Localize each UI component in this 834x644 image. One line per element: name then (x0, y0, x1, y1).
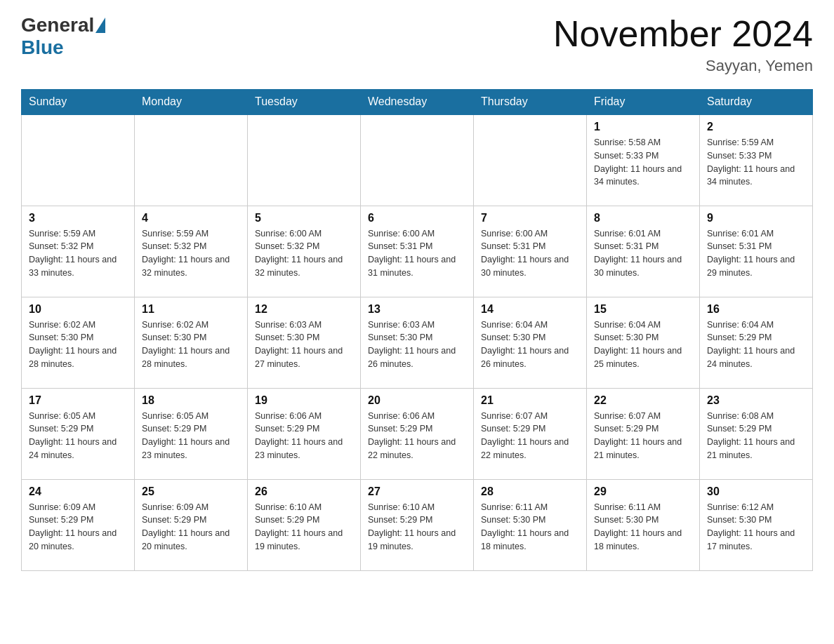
day-info: Sunrise: 6:10 AMSunset: 5:29 PMDaylight:… (255, 501, 353, 554)
calendar-header-row: SundayMondayTuesdayWednesdayThursdayFrid… (22, 90, 813, 115)
logo-triangle-icon (95, 18, 105, 33)
calendar-cell: 20Sunrise: 6:06 AMSunset: 5:29 PMDayligh… (361, 388, 474, 479)
calendar-cell: 16Sunrise: 6:04 AMSunset: 5:29 PMDayligh… (700, 297, 813, 388)
day-number: 3 (29, 212, 127, 224)
day-number: 6 (368, 212, 466, 224)
day-info: Sunrise: 6:04 AMSunset: 5:30 PMDaylight:… (594, 318, 692, 371)
day-number: 22 (594, 394, 692, 407)
calendar-header-sunday: Sunday (22, 90, 135, 115)
day-info: Sunrise: 6:11 AMSunset: 5:30 PMDaylight:… (481, 501, 579, 554)
calendar-week-row: 1Sunrise: 5:58 AMSunset: 5:33 PMDaylight… (22, 114, 813, 206)
day-info: Sunrise: 6:03 AMSunset: 5:30 PMDaylight:… (368, 318, 466, 371)
title-block: November 2024 Sayyan, Yemen (553, 14, 813, 75)
day-info: Sunrise: 5:59 AMSunset: 5:32 PMDaylight:… (29, 227, 127, 280)
day-info: Sunrise: 6:05 AMSunset: 5:29 PMDaylight:… (142, 410, 240, 462)
calendar-cell: 5Sunrise: 6:00 AMSunset: 5:32 PMDaylight… (248, 206, 361, 297)
day-number: 8 (594, 212, 692, 224)
day-number: 16 (707, 303, 805, 316)
day-number: 2 (707, 121, 805, 133)
calendar-header-saturday: Saturday (700, 90, 813, 115)
day-number: 23 (707, 394, 805, 407)
day-info: Sunrise: 6:04 AMSunset: 5:30 PMDaylight:… (481, 318, 579, 371)
calendar-cell: 12Sunrise: 6:03 AMSunset: 5:30 PMDayligh… (248, 297, 361, 388)
day-number: 27 (368, 485, 466, 498)
day-number: 24 (29, 485, 127, 498)
calendar-cell: 7Sunrise: 6:00 AMSunset: 5:31 PMDaylight… (474, 206, 587, 297)
day-number: 9 (707, 212, 805, 224)
day-number: 17 (29, 394, 127, 407)
day-info: Sunrise: 6:03 AMSunset: 5:30 PMDaylight:… (255, 318, 353, 371)
day-info: Sunrise: 6:06 AMSunset: 5:29 PMDaylight:… (255, 410, 353, 462)
day-number: 4 (142, 212, 240, 224)
day-number: 11 (142, 303, 240, 316)
calendar-header-monday: Monday (135, 90, 248, 115)
calendar-cell: 30Sunrise: 6:12 AMSunset: 5:30 PMDayligh… (700, 479, 813, 570)
calendar-cell: 3Sunrise: 5:59 AMSunset: 5:32 PMDaylight… (22, 206, 135, 297)
day-number: 28 (481, 485, 579, 498)
day-info: Sunrise: 6:09 AMSunset: 5:29 PMDaylight:… (142, 501, 240, 554)
calendar-header-tuesday: Tuesday (248, 90, 361, 115)
day-info: Sunrise: 5:59 AMSunset: 5:33 PMDaylight:… (707, 136, 805, 189)
day-info: Sunrise: 6:02 AMSunset: 5:30 PMDaylight:… (142, 318, 240, 371)
day-number: 18 (142, 394, 240, 407)
calendar-cell: 19Sunrise: 6:06 AMSunset: 5:29 PMDayligh… (248, 388, 361, 479)
day-number: 7 (481, 212, 579, 224)
day-number: 1 (594, 121, 692, 133)
calendar-table: SundayMondayTuesdayWednesdayThursdayFrid… (21, 89, 813, 571)
logo-general-text: General (21, 14, 94, 36)
calendar-cell: 10Sunrise: 6:02 AMSunset: 5:30 PMDayligh… (22, 297, 135, 388)
day-info: Sunrise: 6:10 AMSunset: 5:29 PMDaylight:… (368, 501, 466, 554)
calendar-cell: 28Sunrise: 6:11 AMSunset: 5:30 PMDayligh… (474, 479, 587, 570)
calendar-cell: 6Sunrise: 6:00 AMSunset: 5:31 PMDaylight… (361, 206, 474, 297)
calendar-week-row: 17Sunrise: 6:05 AMSunset: 5:29 PMDayligh… (22, 388, 813, 479)
calendar-subtitle: Sayyan, Yemen (553, 57, 813, 75)
day-info: Sunrise: 6:09 AMSunset: 5:29 PMDaylight:… (29, 501, 127, 554)
day-number: 15 (594, 303, 692, 316)
calendar-header-wednesday: Wednesday (361, 90, 474, 115)
day-number: 21 (481, 394, 579, 407)
day-number: 12 (255, 303, 353, 316)
day-info: Sunrise: 6:12 AMSunset: 5:30 PMDaylight:… (707, 501, 805, 554)
calendar-cell: 29Sunrise: 6:11 AMSunset: 5:30 PMDayligh… (587, 479, 700, 570)
day-info: Sunrise: 6:00 AMSunset: 5:31 PMDaylight:… (481, 227, 579, 280)
calendar-header-friday: Friday (587, 90, 700, 115)
logo-blue-text: Blue (21, 36, 64, 59)
day-info: Sunrise: 6:08 AMSunset: 5:29 PMDaylight:… (707, 410, 805, 462)
calendar-week-row: 24Sunrise: 6:09 AMSunset: 5:29 PMDayligh… (22, 479, 813, 570)
calendar-cell: 25Sunrise: 6:09 AMSunset: 5:29 PMDayligh… (135, 479, 248, 570)
calendar-cell: 24Sunrise: 6:09 AMSunset: 5:29 PMDayligh… (22, 479, 135, 570)
day-info: Sunrise: 6:06 AMSunset: 5:29 PMDaylight:… (368, 410, 466, 462)
day-number: 19 (255, 394, 353, 407)
calendar-header-thursday: Thursday (474, 90, 587, 115)
day-info: Sunrise: 5:58 AMSunset: 5:33 PMDaylight:… (594, 136, 692, 189)
calendar-cell (361, 114, 474, 206)
day-info: Sunrise: 6:04 AMSunset: 5:29 PMDaylight:… (707, 318, 805, 371)
day-number: 20 (368, 394, 466, 407)
day-number: 30 (707, 485, 805, 498)
calendar-cell: 23Sunrise: 6:08 AMSunset: 5:29 PMDayligh… (700, 388, 813, 479)
logo: General Blue (21, 14, 105, 59)
day-info: Sunrise: 6:00 AMSunset: 5:32 PMDaylight:… (255, 227, 353, 280)
calendar-title: November 2024 (553, 14, 813, 54)
calendar-cell (22, 114, 135, 206)
day-number: 5 (255, 212, 353, 224)
day-number: 29 (594, 485, 692, 498)
calendar-cell: 2Sunrise: 5:59 AMSunset: 5:33 PMDaylight… (700, 114, 813, 206)
day-number: 14 (481, 303, 579, 316)
calendar-cell: 22Sunrise: 6:07 AMSunset: 5:29 PMDayligh… (587, 388, 700, 479)
calendar-cell (248, 114, 361, 206)
day-number: 10 (29, 303, 127, 316)
day-info: Sunrise: 6:11 AMSunset: 5:30 PMDaylight:… (594, 501, 692, 554)
day-info: Sunrise: 5:59 AMSunset: 5:32 PMDaylight:… (142, 227, 240, 280)
calendar-cell: 18Sunrise: 6:05 AMSunset: 5:29 PMDayligh… (135, 388, 248, 479)
calendar-week-row: 3Sunrise: 5:59 AMSunset: 5:32 PMDaylight… (22, 206, 813, 297)
day-number: 26 (255, 485, 353, 498)
calendar-cell: 4Sunrise: 5:59 AMSunset: 5:32 PMDaylight… (135, 206, 248, 297)
day-info: Sunrise: 6:01 AMSunset: 5:31 PMDaylight:… (707, 227, 805, 280)
day-info: Sunrise: 6:05 AMSunset: 5:29 PMDaylight:… (29, 410, 127, 462)
day-info: Sunrise: 6:01 AMSunset: 5:31 PMDaylight:… (594, 227, 692, 280)
page-header: General Blue November 2024 Sayyan, Yemen (21, 14, 813, 75)
calendar-cell: 9Sunrise: 6:01 AMSunset: 5:31 PMDaylight… (700, 206, 813, 297)
calendar-cell (135, 114, 248, 206)
calendar-cell: 21Sunrise: 6:07 AMSunset: 5:29 PMDayligh… (474, 388, 587, 479)
